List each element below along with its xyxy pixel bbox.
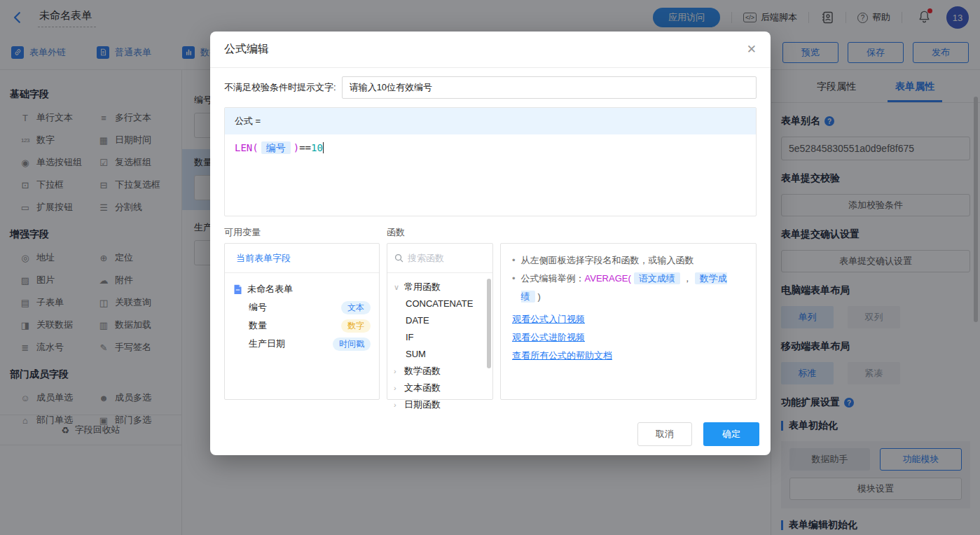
formula-editor: 公式 = LEN(编号)==10 bbox=[224, 107, 757, 216]
bullet-icon: • bbox=[512, 270, 516, 306]
function-group-common[interactable]: ∨ 常用函数 bbox=[387, 279, 492, 296]
formula-number: 10 bbox=[311, 142, 323, 153]
function-item-concatenate[interactable]: CONCATENATE bbox=[387, 296, 492, 312]
type-badge-number: 数字 bbox=[341, 319, 371, 333]
tip-line-2: • 公式编辑举例：AVERAGE(语文成绩，数学成绩) bbox=[512, 270, 745, 306]
hint-text-input[interactable] bbox=[342, 76, 757, 99]
example-function: AVERAGE( bbox=[585, 273, 631, 284]
formula-edit-dialog: 公式编辑 ✕ 不满足校验条件时提示文字: 公式 = LEN(编号)==10 可用… bbox=[210, 32, 771, 455]
formula-function: LEN( bbox=[235, 142, 258, 153]
formula-prefix: 公式 = bbox=[225, 108, 756, 134]
tab-current-form-fields[interactable]: 当前表单字段 bbox=[225, 244, 379, 273]
function-group-math[interactable]: › 数学函数 bbox=[387, 363, 492, 380]
chevron-down-icon: ∨ bbox=[394, 283, 400, 292]
variables-tree-root[interactable]: 未命名表单 bbox=[233, 280, 371, 298]
variables-label: 可用变量 bbox=[224, 226, 387, 239]
dialog-title: 公式编辑 bbox=[224, 42, 269, 57]
functions-panel: ∨ 常用函数 CONCATENATE DATE IF SUM › 数学函数 › … bbox=[387, 243, 493, 400]
type-badge-timestamp: 时间戳 bbox=[333, 338, 371, 351]
bullet-icon: • bbox=[512, 251, 516, 270]
function-search[interactable] bbox=[387, 244, 492, 273]
example-field-chip: 语文成绩 bbox=[634, 272, 680, 284]
link-help-docs[interactable]: 查看所有公式的帮助文档 bbox=[512, 351, 745, 361]
function-group-text[interactable]: › 文本函数 bbox=[387, 380, 492, 396]
variable-item-quantity[interactable]: 数量 数字 bbox=[233, 317, 371, 335]
variable-item-production-date[interactable]: 生产日期 时间戳 bbox=[233, 335, 371, 353]
variable-item-number-code[interactable]: 编号 文本 bbox=[233, 298, 371, 317]
formula-field-chip[interactable]: 编号 bbox=[261, 141, 291, 154]
hint-text-label: 不满足校验条件时提示文字: bbox=[224, 81, 336, 94]
chevron-right-icon: › bbox=[394, 367, 400, 375]
form-doc-icon bbox=[233, 284, 242, 295]
formula-input-area[interactable]: LEN(编号)==10 bbox=[225, 134, 756, 216]
function-group-date[interactable]: › 日期函数 bbox=[387, 396, 492, 413]
link-intro-video[interactable]: 观看公式入门视频 bbox=[512, 314, 745, 324]
chevron-right-icon: › bbox=[394, 384, 400, 392]
search-icon bbox=[394, 253, 403, 263]
tips-panel: • 从左侧面板选择字段名和函数，或输入函数 • 公式编辑举例：AVERAGE(语… bbox=[500, 243, 757, 400]
tip-line-1: • 从左侧面板选择字段名和函数，或输入函数 bbox=[512, 251, 745, 270]
function-search-input[interactable] bbox=[408, 253, 478, 263]
text-cursor bbox=[323, 142, 324, 153]
functions-label: 函数 bbox=[387, 226, 405, 239]
close-icon[interactable]: ✕ bbox=[747, 42, 757, 57]
scrollbar[interactable] bbox=[487, 279, 491, 368]
function-item-date[interactable]: DATE bbox=[387, 312, 492, 329]
confirm-button[interactable]: 确定 bbox=[703, 422, 759, 446]
variables-panel: 当前表单字段 未命名表单 编号 文本 数量 数字 生产日期 bbox=[224, 243, 380, 400]
link-advanced-video[interactable]: 观看公式进阶视频 bbox=[512, 333, 745, 342]
formula-operator: == bbox=[299, 142, 311, 153]
formula-paren: ) bbox=[294, 142, 299, 153]
function-item-sum[interactable]: SUM bbox=[387, 346, 492, 363]
cancel-button[interactable]: 取消 bbox=[637, 422, 692, 446]
type-badge-text: 文本 bbox=[341, 301, 371, 314]
chevron-right-icon: › bbox=[394, 401, 400, 409]
function-item-if[interactable]: IF bbox=[387, 329, 492, 346]
